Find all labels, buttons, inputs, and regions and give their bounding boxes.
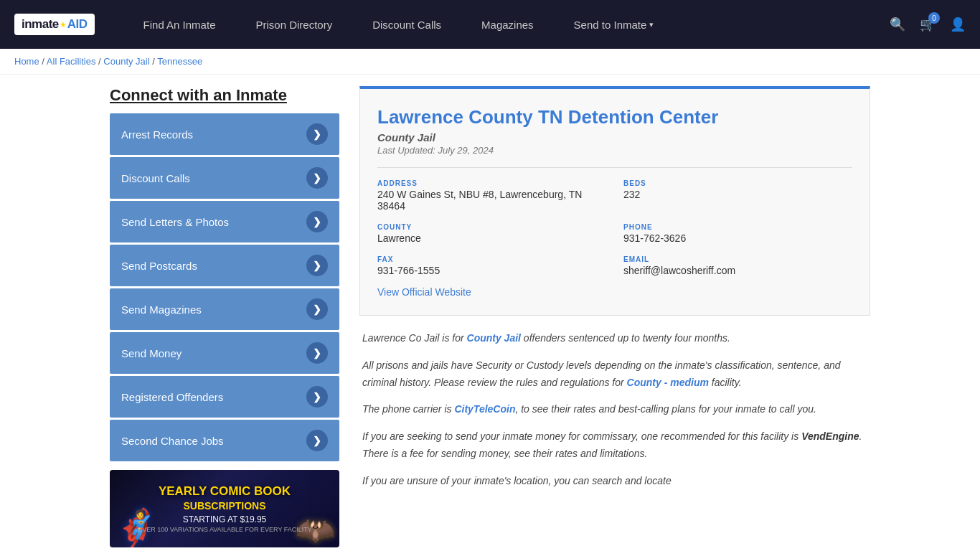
nav-discount-calls[interactable]: Discount Calls — [352, 0, 461, 49]
desc-para-4: If you are seeking to send your inmate m… — [362, 428, 867, 463]
sidebar-item-label: Second Chance Jobs — [121, 435, 224, 447]
arrow-icon: ❯ — [306, 298, 328, 320]
sidebar-menu: Arrest Records ❯ Discount Calls ❯ Send L… — [110, 113, 339, 461]
sidebar-item-label: Send Magazines — [121, 303, 202, 316]
search-button[interactable]: 🔍 — [890, 17, 905, 32]
beds-label: BEDS — [623, 179, 852, 187]
vendengine-highlight: VendEngine — [801, 430, 859, 442]
fax-group: FAX 931-766-1555 — [377, 255, 606, 276]
phone-value: 931-762-3626 — [623, 232, 852, 244]
view-website-link[interactable]: View Official Website — [377, 286, 471, 298]
citytelecoin-link[interactable]: CityTeleCoin — [454, 403, 515, 415]
county-value: Lawrence — [377, 232, 606, 244]
logo-star-icon: ★ — [60, 20, 67, 29]
phone-label: PHONE — [623, 223, 852, 231]
cart-button[interactable]: 🛒 0 — [920, 17, 936, 32]
ad-note: OVER 100 VARIATIONS AVAILABLE FOR EVERY … — [137, 526, 312, 533]
sidebar-item-send-letters[interactable]: Send Letters & Photos ❯ — [110, 201, 339, 242]
desc-para-3: The phone carrier is CityTeleCoin, to se… — [362, 401, 867, 418]
breadcrumb-home[interactable]: Home — [14, 56, 39, 67]
arrow-icon: ❯ — [306, 167, 328, 189]
sidebar-item-label: Send Letters & Photos — [121, 216, 229, 228]
main-content: Lawrence County TN Detention Center Coun… — [359, 86, 870, 547]
arrow-icon: ❯ — [306, 342, 328, 364]
nav-find-inmate[interactable]: Find An Inmate — [123, 0, 236, 49]
email-group: EMAIL sheriff@lawcosheriff.com — [623, 255, 852, 276]
fax-value: 931-766-1555 — [377, 265, 606, 276]
logo[interactable]: inmate ★ AID — [14, 14, 95, 35]
sidebar-item-second-chance-jobs[interactable]: Second Chance Jobs ❯ — [110, 420, 339, 461]
logo-aid-text: AID — [67, 17, 88, 32]
breadcrumb-tennessee[interactable]: Tennessee — [157, 56, 202, 67]
facility-updated: Last Updated: July 29, 2024 — [377, 145, 852, 156]
nav-magazines[interactable]: Magazines — [461, 0, 554, 49]
sidebar-title: Connect with an Inmate — [110, 86, 339, 105]
sidebar-item-send-magazines[interactable]: Send Magazines ❯ — [110, 288, 339, 330]
address-value: 240 W Gaines St, NBU #8, Lawrenceburg, T… — [377, 189, 606, 212]
desc-para-5: If you are unsure of your inmate's locat… — [362, 473, 867, 490]
arrow-icon: ❯ — [306, 386, 328, 408]
arrow-icon: ❯ — [306, 123, 328, 145]
county-group: COUNTY Lawrence — [377, 223, 606, 244]
facility-divider — [377, 167, 852, 168]
ad-subtitle: SUBSCRIPTIONS — [183, 500, 265, 512]
phone-group: PHONE 931-762-3626 — [623, 223, 852, 244]
email-label: EMAIL — [623, 255, 852, 263]
county-label: COUNTY — [377, 223, 606, 231]
sidebar-item-label: Discount Calls — [121, 172, 190, 184]
nav-icons: 🔍 🛒 0 👤 — [890, 17, 966, 32]
sidebar-item-label: Send Postcards — [121, 260, 197, 272]
logo-text: inmate — [22, 17, 59, 32]
arrow-icon: ❯ — [306, 430, 328, 451]
sidebar-item-label: Registered Offenders — [121, 391, 223, 403]
sidebar-item-label: Send Money — [121, 347, 182, 359]
breadcrumb-county-jail[interactable]: County Jail — [103, 56, 149, 67]
arrow-icon: ❯ — [306, 211, 328, 232]
description: Lawrence Co Jail is for County Jail offe… — [359, 330, 870, 490]
nav-send-to-inmate[interactable]: Send to Inmate ▾ — [554, 0, 674, 49]
user-button[interactable]: 👤 — [950, 17, 966, 32]
address-label: ADDRESS — [377, 179, 606, 187]
sidebar: Connect with an Inmate Arrest Records ❯ … — [110, 86, 339, 547]
breadcrumb: Home / All Facilities / County Jail / Te… — [0, 49, 980, 75]
facility-title: Lawrence County TN Detention Center — [377, 106, 852, 128]
beds-value: 232 — [623, 189, 852, 200]
sidebar-item-discount-calls[interactable]: Discount Calls ❯ — [110, 157, 339, 199]
sidebar-item-arrest-records[interactable]: Arrest Records ❯ — [110, 113, 339, 155]
facility-card: Lawrence County TN Detention Center Coun… — [359, 86, 870, 316]
email-value: sheriff@lawcosheriff.com — [623, 265, 852, 276]
fax-label: FAX — [377, 255, 606, 263]
desc-para-1: Lawrence Co Jail is for County Jail offe… — [362, 330, 867, 347]
dropdown-arrow-icon: ▾ — [649, 20, 654, 29]
sidebar-item-label: Arrest Records — [121, 128, 193, 141]
facility-info-grid: ADDRESS 240 W Gaines St, NBU #8, Lawrenc… — [377, 179, 852, 276]
page-content: Connect with an Inmate Arrest Records ❯ … — [95, 75, 885, 551]
county-jail-link-1[interactable]: County Jail — [467, 332, 521, 344]
ad-title: YEARLY COMIC BOOK — [159, 484, 291, 499]
nav-prison-directory[interactable]: Prison Directory — [235, 0, 352, 49]
sidebar-item-registered-offenders[interactable]: Registered Offenders ❯ — [110, 376, 339, 418]
navbar: inmate ★ AID Find An Inmate Prison Direc… — [0, 0, 980, 49]
county-medium-link[interactable]: County - medium — [627, 377, 709, 388]
arrow-icon: ❯ — [306, 255, 328, 276]
address-group: ADDRESS 240 W Gaines St, NBU #8, Lawrenc… — [377, 179, 606, 212]
facility-type: County Jail — [377, 131, 852, 143]
cart-badge: 0 — [928, 12, 940, 24]
beds-group: BEDS 232 — [623, 179, 852, 212]
ad-banner[interactable]: 🦸 🦇 YEARLY COMIC BOOK SUBSCRIPTIONS STAR… — [110, 470, 339, 547]
desc-para-2: All prisons and jails have Security or C… — [362, 357, 867, 392]
ad-price: STARTING AT $19.95 — [183, 514, 267, 524]
sidebar-item-send-money[interactable]: Send Money ❯ — [110, 332, 339, 374]
breadcrumb-all-facilities[interactable]: All Facilities — [47, 56, 96, 67]
nav-links: Find An Inmate Prison Directory Discount… — [123, 0, 890, 49]
sidebar-item-send-postcards[interactable]: Send Postcards ❯ — [110, 245, 339, 286]
